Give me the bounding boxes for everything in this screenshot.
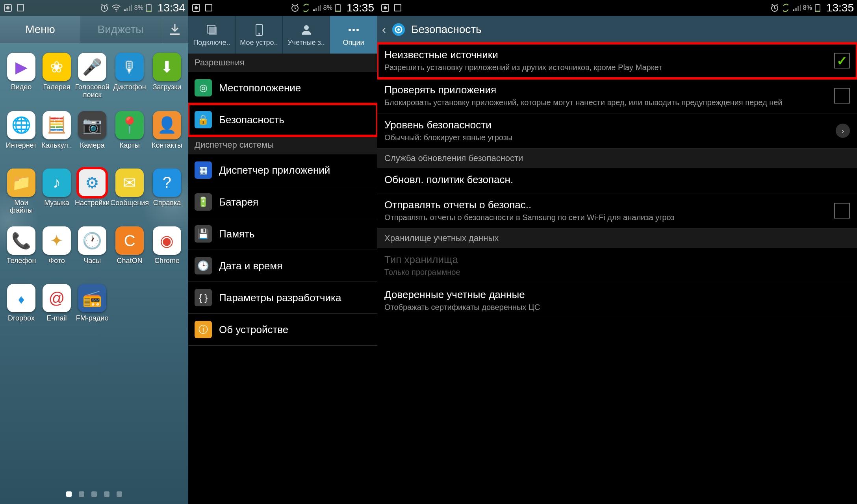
section-header: Хранилище учетных данных	[377, 228, 857, 248]
app-label: Галерея	[43, 83, 70, 98]
setting-storage[interactable]: 💾Память	[188, 218, 377, 250]
video-icon: ▶	[7, 53, 35, 81]
tab-label: Учетные з..	[288, 39, 325, 47]
clock-time: 13:35	[826, 2, 854, 14]
setting-developer[interactable]: { }Параметры разработчика	[188, 282, 377, 314]
page-dot[interactable]	[79, 491, 84, 497]
app-camera[interactable]: 📷Камера	[75, 111, 109, 157]
app-photos[interactable]: ✦Фото	[39, 226, 74, 272]
checkbox[interactable]	[834, 53, 850, 69]
setting-apps-dispatcher[interactable]: ▦Диспетчер приложений	[188, 154, 377, 186]
app-label: Dropbox	[8, 315, 35, 330]
setting-battery[interactable]: 🔋Батарея	[188, 186, 377, 218]
setting-verify-apps[interactable]: Проверять приложенияБлокировать установк…	[377, 78, 857, 113]
setting-subtitle: Отправлять отчеты о безопасности в Samsu…	[384, 213, 829, 222]
app-calculator[interactable]: 🧮Калькул..	[39, 111, 74, 157]
app-label: Контакты	[152, 142, 182, 157]
app-voice-search[interactable]: 🎤Голосовой поиск	[75, 53, 109, 99]
tab-options[interactable]: Опции	[330, 16, 377, 54]
app-clock[interactable]: 🕐Часы	[75, 226, 109, 272]
security-header[interactable]: ‹ Безопасность	[377, 16, 857, 43]
checkbox[interactable]	[834, 88, 850, 104]
app-grid: ▶Видео❀Галерея🎤Голосовой поиск🎙Диктофон⬇…	[0, 43, 188, 330]
page-dot[interactable]	[104, 491, 109, 497]
setting-label: Батарея	[219, 196, 258, 208]
setting-title: Отправлять отчеты о безопас..	[384, 199, 829, 211]
accounts-icon	[299, 23, 313, 37]
device-icon	[252, 23, 266, 37]
setting-update-policies[interactable]: Обновл. политик безопасн.	[377, 168, 857, 193]
setting-send-reports[interactable]: Отправлять отчеты о безопас..Отправлять …	[377, 193, 857, 228]
app-email[interactable]: @E-mail	[39, 284, 74, 330]
app-label: Загрузки	[153, 83, 181, 98]
app-contacts[interactable]: 👤Контакты	[150, 111, 184, 157]
setting-title: Неизвестные источники	[384, 49, 829, 61]
setting-location[interactable]: ◎Местоположение	[188, 72, 377, 104]
setting-storage-type: Тип хранилищаТолько программное	[377, 248, 857, 283]
connections-icon	[205, 23, 219, 37]
svg-rect-28	[816, 11, 820, 11]
tab-device[interactable]: Мое устро..	[236, 16, 283, 54]
page-dot[interactable]	[66, 491, 72, 497]
samsung-icon	[380, 3, 390, 13]
setting-label: Об устройстве	[219, 324, 288, 336]
app-myfiles[interactable]: 📁Мои файлы	[4, 169, 39, 215]
battery-icon	[335, 3, 341, 13]
app-music[interactable]: ♪Музыка	[39, 169, 74, 215]
setting-datetime[interactable]: 🕒Дата и время	[188, 250, 377, 282]
setting-label: Память	[219, 228, 255, 240]
status-bar: 8% 13:34	[0, 0, 188, 16]
app-label: Камера	[80, 142, 105, 157]
tab-connections[interactable]: Подключе..	[188, 16, 236, 54]
chevron-right-icon: ›	[836, 124, 850, 138]
checkbox[interactable]	[834, 203, 850, 219]
svg-rect-7	[147, 11, 151, 11]
svg-point-10	[195, 6, 198, 9]
phone-screen-settings: 8% 13:35 Подключе..Мое устро..Учетные з.…	[188, 0, 377, 504]
svg-rect-14	[337, 4, 339, 5]
back-icon[interactable]: ‹	[382, 23, 386, 36]
app-maps[interactable]: 📍Карты	[110, 111, 149, 157]
tab-accounts[interactable]: Учетные з..	[283, 16, 330, 54]
app-gallery[interactable]: ❀Галерея	[39, 53, 74, 99]
setting-security[interactable]: 🔒Безопасность	[188, 104, 377, 136]
app-recorder[interactable]: 🎙Диктофон	[110, 53, 149, 99]
app-label: Интернет	[6, 142, 37, 157]
tab-label: Мое устро..	[240, 39, 278, 47]
chaton-icon: C	[115, 226, 144, 255]
app-settings[interactable]: ⚙Настройки	[75, 169, 109, 215]
app-internet[interactable]: 🌐Интернет	[4, 111, 39, 157]
setting-unknown-sources[interactable]: Неизвестные источникиРазрешить установку…	[377, 43, 857, 78]
tab-widgets[interactable]: Виджеты	[80, 16, 161, 43]
screenshot-icon	[16, 3, 25, 13]
settings-icon: ⚙	[78, 169, 106, 197]
tab-menu[interactable]: Меню	[0, 16, 80, 43]
app-chrome[interactable]: ◉Chrome	[150, 226, 184, 272]
setting-trusted-creds[interactable]: Доверенные учетные данныеОтображать серт…	[377, 283, 857, 318]
svg-point-23	[384, 6, 387, 9]
app-chaton[interactable]: CChatON	[110, 226, 149, 272]
app-label: Сообщения	[110, 199, 149, 214]
app-label: Калькул..	[41, 142, 72, 157]
svg-rect-27	[816, 4, 819, 5]
page-dot[interactable]	[91, 491, 97, 497]
setting-label: Дата и время	[219, 260, 282, 272]
app-dropbox[interactable]: ⬧Dropbox	[4, 284, 39, 330]
app-help[interactable]: ?Справка	[150, 169, 184, 215]
setting-about[interactable]: ⓘОб устройстве	[188, 314, 377, 346]
app-phone[interactable]: 📞Телефон	[4, 226, 39, 272]
page-dot[interactable]	[117, 491, 122, 497]
setting-subtitle: Отображать сертификаты доверенных ЦС	[384, 302, 850, 312]
sync-icon	[302, 3, 310, 13]
app-messages[interactable]: ✉Сообщения	[110, 169, 149, 215]
app-fmradio[interactable]: 📻FM-радио	[75, 284, 109, 330]
datetime-icon: 🕒	[195, 257, 212, 274]
contacts-icon: 👤	[153, 111, 181, 139]
app-downloads[interactable]: ⬇Загрузки	[150, 53, 184, 99]
battery-percent: 8%	[134, 4, 143, 11]
app-video[interactable]: ▶Видео	[4, 53, 39, 99]
email-icon: @	[43, 284, 71, 312]
security-list: Неизвестные источникиРазрешить установку…	[377, 43, 857, 318]
download-button[interactable]	[161, 16, 188, 43]
setting-security-level[interactable]: Уровень безопасностиОбычный: блокирует я…	[377, 113, 857, 148]
